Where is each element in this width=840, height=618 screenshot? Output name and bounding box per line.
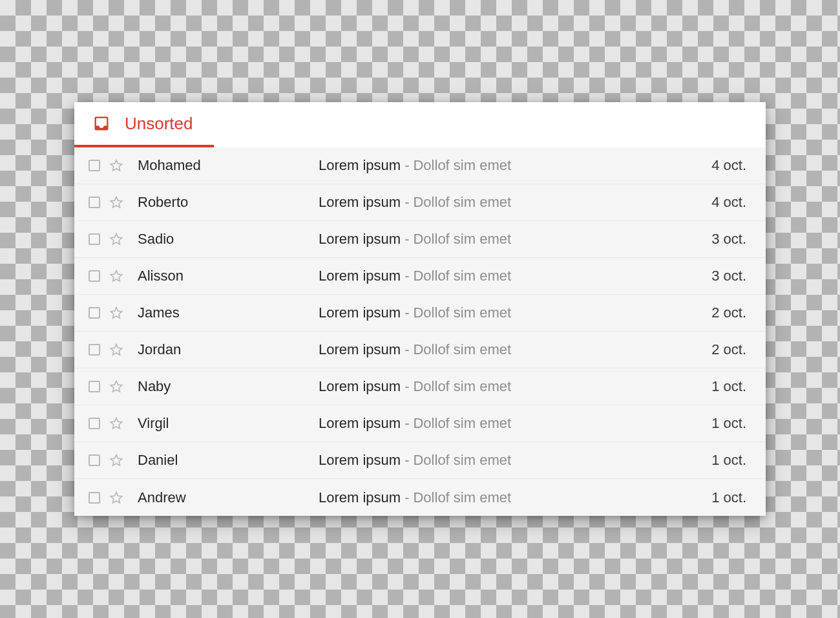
tab-label: Unsorted bbox=[125, 114, 193, 134]
separator: - bbox=[404, 231, 409, 247]
svg-marker-6 bbox=[110, 381, 121, 392]
sender-name: Sadio bbox=[138, 231, 319, 248]
preview-text: Dollof sim emet bbox=[413, 231, 511, 247]
subject-text: Lorem ipsum bbox=[319, 341, 401, 357]
separator: - bbox=[404, 378, 409, 394]
message-list: MohamedLorem ipsum-Dollof sim emet4 oct.… bbox=[74, 147, 766, 516]
preview-text: Dollof sim emet bbox=[413, 194, 511, 210]
date-text: 2 oct. bbox=[688, 341, 746, 358]
star-icon[interactable] bbox=[109, 158, 123, 173]
message-row[interactable]: SadioLorem ipsum-Dollof sim emet3 oct. bbox=[74, 221, 766, 258]
subject-text: Lorem ipsum bbox=[319, 452, 401, 468]
preview-text: Dollof sim emet bbox=[413, 304, 511, 321]
star-icon[interactable] bbox=[109, 379, 123, 394]
message-summary: Lorem ipsum-Dollof sim emet bbox=[319, 415, 688, 432]
select-checkbox[interactable] bbox=[89, 492, 100, 504]
select-checkbox[interactable] bbox=[89, 270, 100, 282]
separator: - bbox=[404, 452, 409, 468]
date-text: 3 oct. bbox=[688, 268, 746, 284]
subject-text: Lorem ipsum bbox=[319, 415, 401, 431]
message-summary: Lorem ipsum-Dollof sim emet bbox=[319, 157, 688, 174]
message-row[interactable]: NabyLorem ipsum-Dollof sim emet1 oct. bbox=[74, 368, 766, 405]
star-icon[interactable] bbox=[109, 453, 123, 467]
svg-marker-5 bbox=[110, 345, 121, 355]
select-checkbox[interactable] bbox=[89, 233, 100, 245]
star-icon[interactable] bbox=[109, 195, 123, 209]
sender-name: Daniel bbox=[138, 452, 319, 469]
sender-name: Virgil bbox=[138, 415, 319, 432]
select-checkbox[interactable] bbox=[89, 197, 100, 208]
separator: - bbox=[404, 268, 409, 284]
svg-marker-0 bbox=[110, 160, 121, 171]
subject-text: Lorem ipsum bbox=[319, 231, 401, 247]
separator: - bbox=[404, 304, 409, 321]
svg-marker-8 bbox=[110, 455, 121, 465]
subject-text: Lorem ipsum bbox=[319, 157, 401, 173]
sender-name: Roberto bbox=[138, 194, 319, 211]
svg-marker-2 bbox=[110, 234, 121, 244]
tab-unsorted[interactable]: Unsorted bbox=[74, 102, 214, 147]
star-icon[interactable] bbox=[109, 232, 123, 246]
select-checkbox[interactable] bbox=[89, 381, 100, 392]
select-checkbox[interactable] bbox=[89, 454, 100, 466]
message-summary: Lorem ipsum-Dollof sim emet bbox=[319, 378, 688, 395]
svg-marker-1 bbox=[110, 197, 121, 208]
message-row[interactable]: AndrewLorem ipsum-Dollof sim emet1 oct. bbox=[74, 479, 766, 516]
select-checkbox[interactable] bbox=[89, 160, 100, 171]
message-row[interactable]: MohamedLorem ipsum-Dollof sim emet4 oct. bbox=[74, 147, 766, 184]
svg-marker-4 bbox=[110, 308, 121, 318]
separator: - bbox=[404, 415, 409, 431]
message-row[interactable]: VirgilLorem ipsum-Dollof sim emet1 oct. bbox=[74, 405, 766, 442]
star-icon[interactable] bbox=[109, 491, 123, 505]
sender-name: Jordan bbox=[138, 341, 319, 358]
preview-text: Dollof sim emet bbox=[413, 341, 511, 357]
date-text: 4 oct. bbox=[688, 194, 746, 211]
email-panel: Unsorted MohamedLorem ipsum-Dollof sim e… bbox=[74, 102, 766, 516]
date-text: 1 oct. bbox=[688, 489, 746, 506]
star-icon[interactable] bbox=[109, 343, 123, 357]
svg-marker-9 bbox=[110, 492, 121, 502]
message-summary: Lorem ipsum-Dollof sim emet bbox=[319, 194, 688, 211]
sender-name: Mohamed bbox=[138, 157, 319, 174]
message-row[interactable]: JordanLorem ipsum-Dollof sim emet2 oct. bbox=[74, 332, 766, 368]
subject-text: Lorem ipsum bbox=[319, 378, 401, 394]
date-text: 4 oct. bbox=[688, 157, 746, 174]
date-text: 1 oct. bbox=[688, 415, 746, 432]
date-text: 1 oct. bbox=[688, 378, 746, 395]
subject-text: Lorem ipsum bbox=[319, 268, 401, 284]
svg-marker-3 bbox=[110, 271, 121, 281]
select-checkbox[interactable] bbox=[89, 418, 100, 429]
message-summary: Lorem ipsum-Dollof sim emet bbox=[319, 231, 688, 248]
separator: - bbox=[404, 341, 409, 357]
sender-name: Naby bbox=[138, 378, 319, 395]
select-checkbox[interactable] bbox=[89, 344, 100, 356]
message-row[interactable]: DanielLorem ipsum-Dollof sim emet1 oct. bbox=[74, 442, 766, 479]
tab-bar: Unsorted bbox=[74, 102, 766, 147]
message-summary: Lorem ipsum-Dollof sim emet bbox=[319, 341, 688, 358]
date-text: 1 oct. bbox=[688, 452, 746, 469]
star-icon[interactable] bbox=[109, 306, 123, 320]
sender-name: James bbox=[138, 304, 319, 321]
message-row[interactable]: AlissonLorem ipsum-Dollof sim emet3 oct. bbox=[74, 258, 766, 295]
svg-marker-7 bbox=[110, 418, 121, 429]
subject-text: Lorem ipsum bbox=[319, 194, 401, 210]
separator: - bbox=[404, 489, 409, 506]
preview-text: Dollof sim emet bbox=[413, 268, 511, 284]
subject-text: Lorem ipsum bbox=[319, 489, 401, 506]
sender-name: Alisson bbox=[138, 268, 319, 284]
date-text: 2 oct. bbox=[688, 304, 746, 321]
date-text: 3 oct. bbox=[688, 231, 746, 248]
message-summary: Lorem ipsum-Dollof sim emet bbox=[319, 452, 688, 469]
preview-text: Dollof sim emet bbox=[413, 378, 511, 394]
star-icon[interactable] bbox=[109, 416, 123, 431]
message-row[interactable]: JamesLorem ipsum-Dollof sim emet2 oct. bbox=[74, 295, 766, 332]
preview-text: Dollof sim emet bbox=[413, 157, 511, 173]
message-summary: Lorem ipsum-Dollof sim emet bbox=[319, 268, 688, 284]
message-summary: Lorem ipsum-Dollof sim emet bbox=[319, 489, 688, 506]
sender-name: Andrew bbox=[138, 489, 319, 506]
star-icon[interactable] bbox=[109, 269, 123, 283]
message-row[interactable]: RobertoLorem ipsum-Dollof sim emet4 oct. bbox=[74, 184, 766, 221]
separator: - bbox=[404, 157, 409, 173]
select-checkbox[interactable] bbox=[89, 307, 100, 319]
separator: - bbox=[404, 194, 409, 210]
